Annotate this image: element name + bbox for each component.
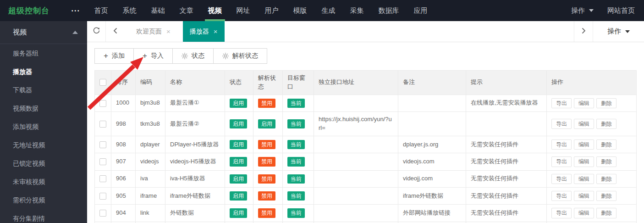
nav-item[interactable]: 首页 — [87, 0, 116, 21]
sidebar-item[interactable]: 视频数据 — [0, 99, 87, 117]
nav-item[interactable]: 系统 — [116, 0, 144, 21]
nav-item[interactable]: 生成 — [314, 0, 343, 21]
edit-button[interactable]: 编辑 — [574, 208, 594, 218]
select-all-checkbox[interactable] — [99, 79, 106, 86]
close-icon[interactable]: × — [166, 28, 171, 35]
delete-button[interactable]: 删除 — [596, 119, 616, 129]
cell-name: iva-H5播放器 — [165, 170, 225, 187]
sidebar-item[interactable]: 未审核视频 — [0, 173, 87, 191]
nav-item[interactable]: 网址 — [229, 0, 258, 21]
parse-status-badge[interactable]: 禁用 — [258, 191, 275, 201]
sidebar-item[interactable]: 添加视频 — [0, 117, 87, 136]
parse-status-badge[interactable]: 禁用 — [258, 208, 275, 217]
status-badge[interactable]: 启用 — [230, 191, 247, 201]
row-checkbox[interactable] — [99, 193, 106, 200]
status-badge[interactable]: 启用 — [230, 157, 247, 166]
navbar-action-dropdown[interactable]: 操作 — [571, 6, 594, 15]
delete-button[interactable]: 删除 — [596, 191, 616, 201]
tab-action-dropdown[interactable]: 操作 — [593, 21, 644, 42]
nav-item[interactable]: 用户 — [258, 0, 286, 21]
status-badge[interactable]: 启用 — [230, 99, 247, 108]
status-badge-cell: 启用 — [225, 112, 253, 136]
close-icon[interactable]: × — [214, 28, 218, 35]
parse-status-badge[interactable]: 禁用 — [258, 157, 275, 166]
delete-button[interactable]: 删除 — [596, 208, 616, 218]
parse-status-button[interactable]: 解析状态 — [214, 48, 267, 64]
tab-action-label: 操作 — [607, 27, 621, 36]
nav-item[interactable]: 数据库 — [371, 0, 407, 21]
tab-player-active[interactable]: 播放器 × — [183, 21, 225, 42]
sidebar-item[interactable]: 无地址视频 — [0, 136, 87, 154]
target-window-badge[interactable]: 当前 — [287, 174, 305, 184]
nav-item[interactable]: 文章 — [172, 0, 201, 21]
export-button[interactable]: 导出 — [551, 156, 572, 167]
sidebar-group-header[interactable]: 视频 — [0, 21, 87, 44]
row-checkbox[interactable] — [99, 100, 106, 107]
import-button[interactable]: + 导入 — [134, 48, 173, 64]
parse-status-badge-cell: 禁用 — [253, 136, 283, 153]
nav-item-active[interactable]: 视频 — [201, 0, 229, 21]
target-window-badge[interactable]: 当前 — [287, 119, 305, 128]
chevron-left-icon — [112, 27, 119, 36]
export-button[interactable]: 导出 — [551, 208, 572, 218]
export-button[interactable]: 导出 — [551, 119, 572, 129]
parse-status-badge[interactable]: 启用 — [258, 119, 275, 128]
row-checkbox[interactable] — [99, 141, 106, 148]
edit-button[interactable]: 编辑 — [574, 119, 594, 129]
parse-status-badge[interactable]: 禁用 — [258, 99, 275, 108]
export-button[interactable]: 导出 — [551, 191, 572, 201]
parse-status-badge-cell: 启用 — [253, 112, 283, 136]
export-button[interactable]: 导出 — [551, 98, 572, 108]
caret-up-icon — [72, 31, 78, 34]
target-window-badge-cell: 当前 — [283, 187, 314, 204]
row-checkbox[interactable] — [99, 121, 106, 128]
target-window-badge[interactable]: 当前 — [287, 157, 305, 166]
status-badge[interactable]: 启用 — [230, 174, 247, 184]
parse-status-badge[interactable]: 禁用 — [258, 174, 275, 184]
export-button[interactable]: 导出 — [551, 139, 572, 150]
refresh-button[interactable] — [87, 21, 106, 42]
row-checkbox[interactable] — [99, 175, 106, 182]
edit-button[interactable]: 编辑 — [574, 191, 594, 201]
nav-item[interactable]: 基础 — [144, 0, 172, 21]
sidebar-item[interactable]: 下载器 — [0, 81, 87, 99]
sidebar-item[interactable]: 需积分视频 — [0, 191, 87, 209]
sidebar-item-active[interactable]: 播放器 — [0, 62, 87, 81]
sidebar-item[interactable]: 服务器组 — [0, 44, 87, 62]
table-header-row: 排序 编码 名称 状态 解析状态 目标窗口 独立接口地址 备注 提示 操作 — [95, 71, 637, 95]
status-button[interactable]: 状态 — [173, 48, 214, 64]
delete-button[interactable]: 删除 — [596, 156, 616, 167]
delete-button[interactable]: 删除 — [596, 174, 616, 184]
add-button[interactable]: + 添加 — [94, 48, 134, 64]
export-button[interactable]: 导出 — [551, 174, 572, 184]
tab-welcome[interactable]: 欢迎页面 × — [129, 21, 177, 42]
edit-button[interactable]: 编辑 — [574, 98, 594, 108]
nav-item[interactable]: 采集 — [343, 0, 371, 21]
status-badge[interactable]: 启用 — [230, 140, 247, 149]
delete-button[interactable]: 删除 — [596, 98, 616, 108]
target-window-badge-cell: 当前 — [283, 205, 314, 222]
status-badge[interactable]: 启用 — [230, 208, 247, 217]
target-window-badge[interactable]: 当前 — [287, 191, 305, 201]
target-window-badge[interactable]: 当前 — [287, 208, 305, 217]
more-dots-icon[interactable]: ••• — [72, 0, 81, 21]
target-window-badge[interactable]: 当前 — [287, 99, 305, 108]
sidebar-item[interactable]: 已锁定视频 — [0, 154, 87, 173]
edit-button[interactable]: 编辑 — [574, 174, 594, 184]
sidebar-item[interactable]: 有分集剧情 — [0, 209, 87, 223]
nav-item[interactable]: 应用 — [407, 0, 435, 21]
nav-item[interactable]: 模版 — [286, 0, 314, 21]
site-home-link[interactable]: 网站首页 — [607, 6, 635, 15]
edit-button[interactable]: 编辑 — [574, 156, 594, 167]
row-checkbox[interactable] — [99, 210, 106, 217]
row-checkbox[interactable] — [99, 158, 106, 165]
navbar-right: 操作 网站首页 — [571, 0, 644, 21]
tab-scroll-right-button[interactable] — [574, 21, 593, 42]
cell-tip: 无需安装任何插件 — [466, 170, 547, 187]
parse-status-badge[interactable]: 禁用 — [258, 140, 275, 149]
status-badge[interactable]: 启用 — [230, 119, 247, 128]
edit-button[interactable]: 编辑 — [574, 139, 594, 150]
target-window-badge[interactable]: 当前 — [287, 140, 305, 149]
delete-button[interactable]: 删除 — [596, 139, 616, 150]
tab-scroll-left-button[interactable] — [106, 21, 125, 42]
